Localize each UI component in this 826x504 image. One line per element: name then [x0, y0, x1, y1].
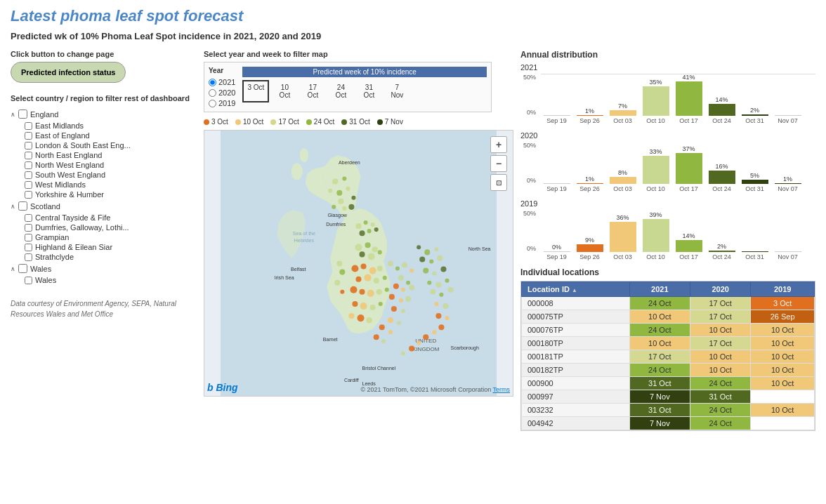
week-24oct[interactable]: 24Oct	[328, 80, 353, 102]
year-2020-label: 2020	[218, 88, 235, 97]
year-2021-row[interactable]: 2021	[209, 78, 235, 86]
click-button-label: Click button to change page	[11, 50, 197, 58]
west-midlands-item[interactable]: West Midlands	[25, 180, 197, 189]
y2021-cell: 7 Nov	[629, 417, 690, 430]
svg-text:Hebrides: Hebrides	[294, 238, 315, 243]
year-2020-radio[interactable]	[209, 89, 216, 97]
svg-point-63	[409, 269, 414, 273]
yorks-humber-item[interactable]: Yorkshire & Humber	[25, 190, 197, 199]
chart-2021: 2021 50% 0% 1% 7% 35% 41%	[520, 63, 815, 124]
week-10oct[interactable]: 10Oct	[272, 80, 297, 102]
location-id-cell: 000008	[522, 297, 630, 310]
svg-point-44	[367, 317, 372, 323]
col-location-id[interactable]: Location ID ▲	[522, 282, 630, 297]
strathclyde-item[interactable]: Strathclyde	[25, 253, 197, 261]
svg-point-101	[423, 334, 428, 340]
subtitle: Predicted wk of 10% Phoma Leaf Spot inci…	[11, 31, 815, 41]
dumfries-item[interactable]: Dumfries, Galloway, Lothi...	[25, 223, 197, 232]
predicted-infection-btn[interactable]: Predicted infection status	[11, 62, 126, 83]
svg-point-70	[399, 298, 403, 303]
year-week-title: Select year and week to filter map	[204, 50, 513, 58]
reset-view-btn[interactable]: ⊡	[490, 174, 507, 191]
locations-table-wrap[interactable]: Location ID ▲ 2021 2020 2019 00000824 Oc…	[520, 281, 815, 431]
svg-point-26	[361, 264, 367, 270]
region-tree: ∧ England East Midlands East of England …	[11, 110, 197, 284]
svg-point-76	[379, 324, 385, 330]
bing-logo: b Bing	[207, 382, 238, 393]
bars-2021: 1% 7% 35% 41% 14% 2%	[541, 74, 815, 116]
col-2020[interactable]: 2020	[690, 282, 750, 297]
zoom-in-btn[interactable]: +	[490, 136, 507, 153]
week-17oct[interactable]: 17Oct	[300, 80, 325, 102]
y2019-cell: 3 Oct	[751, 297, 815, 310]
svg-point-90	[435, 282, 441, 288]
highland-item[interactable]: Highland & Eilean Siar	[25, 243, 197, 251]
legend-oct17: 17 Oct	[270, 118, 299, 126]
svg-point-103	[409, 345, 414, 351]
svg-point-18	[374, 227, 379, 232]
week-3oct[interactable]: 3 Oct	[242, 80, 269, 102]
week-31oct[interactable]: 31Oct	[356, 80, 381, 102]
zoom-out-btn[interactable]: −	[490, 155, 507, 172]
table-row: 000075TP10 Oct17 Oct26 Sep	[522, 310, 815, 324]
legend-7nov: 7 Nov	[377, 118, 403, 126]
svg-point-46	[339, 270, 345, 275]
svg-point-29	[355, 277, 361, 282]
scotland-parent[interactable]: ∧ Scotland	[11, 201, 197, 211]
ne-england-item[interactable]: North East England	[25, 151, 197, 159]
grampian-item[interactable]: Grampian	[25, 233, 197, 241]
table-row: 000181TP17 Oct10 Oct10 Oct	[522, 350, 815, 364]
year-2021-radio[interactable]	[209, 79, 216, 86]
chart-2019: 2019 50% 0% 0% 9% 36% 39% 14% 2%	[520, 199, 815, 260]
svg-point-36	[376, 289, 382, 295]
weeks-grid: 3 Oct 10Oct 17Oct 24Oct 31Oct 7Nov	[242, 80, 487, 102]
east-midlands-item[interactable]: East Midlands	[25, 121, 197, 130]
col-2019[interactable]: 2019	[751, 282, 815, 297]
svg-point-65	[406, 281, 410, 285]
wales-checkbox[interactable]	[18, 264, 27, 273]
uk-map[interactable]: Aberdeen Glasgow North Sea Irish Sea UNI…	[204, 130, 513, 397]
svg-text:Scarborough: Scarborough	[451, 345, 479, 351]
week-7nov[interactable]: 7Nov	[384, 80, 409, 102]
svg-point-78	[374, 334, 379, 340]
svg-point-93	[439, 293, 443, 297]
year-2020-row[interactable]: 2020	[209, 88, 235, 97]
legend-label-oct3: 3 Oct	[211, 118, 228, 126]
location-id-cell: 004942	[522, 417, 630, 430]
legend-dot-oct31	[341, 119, 347, 125]
nw-england-item[interactable]: North West England	[25, 161, 197, 169]
year-2019-radio[interactable]	[209, 100, 216, 107]
central-tayside-item[interactable]: Central Tayside & Fife	[25, 213, 197, 222]
filter-label: Select country / region to filter rest o…	[11, 93, 197, 104]
svg-point-69	[389, 294, 395, 300]
svg-point-16	[360, 230, 365, 236]
y2020-cell: 10 Oct	[690, 364, 750, 377]
col-2021[interactable]: 2021	[629, 282, 690, 297]
sw-england-item[interactable]: South West England	[25, 171, 197, 179]
svg-point-11	[342, 206, 346, 211]
east-england-item[interactable]: East of England	[25, 131, 197, 140]
svg-point-87	[432, 272, 436, 276]
year-week-box: Year 2021 2020 2019	[204, 62, 492, 112]
svg-point-32	[383, 276, 387, 280]
wales-region-item[interactable]: Wales	[25, 276, 197, 284]
svg-point-91	[445, 279, 449, 283]
svg-point-82	[434, 247, 438, 251]
table-row: 0049427 Nov24 Oct	[522, 417, 815, 430]
table-row: 000182TP24 Oct10 Oct10 Oct	[522, 364, 815, 377]
svg-point-75	[397, 321, 401, 325]
y2020-cell: 17 Oct	[690, 337, 750, 350]
y2020-cell: 17 Oct	[690, 297, 750, 310]
wales-parent[interactable]: ∧ Wales	[11, 264, 197, 273]
map-copyright: © 2021 TomTom, ©2021 Microsoft Corporati…	[360, 386, 510, 393]
location-id-cell: 000076TP	[522, 324, 630, 337]
year-2019-row[interactable]: 2019	[209, 99, 235, 107]
scotland-checkbox[interactable]	[18, 201, 27, 211]
svg-point-83	[419, 256, 425, 262]
svg-text:Barnet: Barnet	[323, 337, 338, 342]
svg-point-13	[355, 223, 361, 229]
year-2019-label: 2019	[218, 99, 235, 107]
london-southeast-item[interactable]: London & South East Eng...	[25, 141, 197, 150]
england-parent[interactable]: ∧ England	[11, 110, 197, 119]
england-checkbox[interactable]	[18, 110, 27, 119]
